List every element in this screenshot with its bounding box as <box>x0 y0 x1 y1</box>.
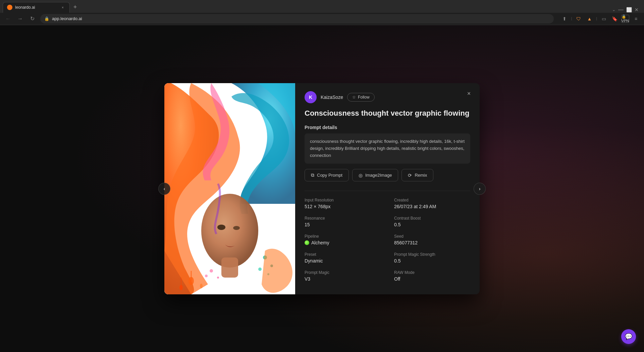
contrast-boost-label: Contrast Boost <box>394 216 470 221</box>
user-row: K KaizaSoze ☆ Follow <box>305 91 470 103</box>
raw-mode-label: RAW Mode <box>394 270 470 275</box>
pipeline-item: Pipeline Alchemy <box>305 234 381 245</box>
brave-shield-icon[interactable]: 🛡 <box>575 15 583 23</box>
lock-icon: 🔒 <box>44 16 49 21</box>
remix-label: Remix <box>415 173 427 178</box>
resonance-label: Resonance <box>305 216 381 221</box>
created-item: Created 26/07/23 at 2:49 AM <box>394 198 470 209</box>
svg-point-12 <box>258 268 262 271</box>
close-modal-button[interactable]: × <box>464 89 474 99</box>
svg-rect-2 <box>221 257 238 278</box>
seed-label: Seed <box>394 234 470 239</box>
prompt-magic-strength-label: Prompt Magic Strength <box>394 252 470 257</box>
copy-prompt-button[interactable]: ⧉ Copy Prompt <box>305 169 349 181</box>
svg-point-1 <box>201 194 258 268</box>
image2image-label: Image2Image <box>365 173 392 178</box>
input-resolution-item: Input Resolution 512 × 768px <box>305 198 381 209</box>
active-tab[interactable]: leonardo.ai × <box>3 2 70 13</box>
prompt-box: consciousness thought vector graphic flo… <box>305 133 470 164</box>
bookmarks-button[interactable]: 🔖 <box>610 15 619 23</box>
close-icon: × <box>467 90 471 97</box>
image-title: Consciousness thought vector graphic flo… <box>305 109 470 118</box>
menu-button[interactable]: ≡ <box>632 15 640 23</box>
contrast-boost-value: 0.5 <box>394 222 470 227</box>
chat-support-button[interactable]: 💬 <box>621 329 636 344</box>
prompt-magic-label: Prompt Magic <box>305 270 381 275</box>
reload-button[interactable]: ↻ <box>28 15 36 23</box>
svg-point-15 <box>217 277 219 279</box>
copy-prompt-label: Copy Prompt <box>317 173 342 178</box>
username: KaizaSoze <box>321 95 343 100</box>
share-button[interactable]: ⬆ <box>560 15 569 23</box>
action-buttons: ⧉ Copy Prompt ◎ Image2Image ⟳ Remix <box>305 169 470 181</box>
image-detail-modal: × K KaizaSoze ☆ Follow Consciousness tho… <box>164 83 480 294</box>
artwork-display <box>164 83 295 294</box>
svg-point-14 <box>210 269 213 273</box>
seed-value: 856077312 <box>394 240 470 245</box>
prompt-magic-value: V3 <box>305 276 381 282</box>
address-text: app.leonardo.ai <box>52 16 550 21</box>
window-close-button[interactable]: ✕ <box>635 7 639 12</box>
resonance-item: Resonance 15 <box>305 216 381 227</box>
copy-icon: ⧉ <box>311 172 314 178</box>
follow-button[interactable]: ☆ Follow <box>347 93 375 102</box>
address-input[interactable]: 🔒 app.leonardo.ai <box>40 14 554 23</box>
preset-value: Dynamic <box>305 258 381 263</box>
tab-controls: ⌄ <box>612 7 615 12</box>
raw-mode-item: RAW Mode Off <box>394 270 470 282</box>
input-resolution-value: 512 × 768px <box>305 204 381 209</box>
prompt-magic-strength-item: Prompt Magic Strength 0.5 <box>394 252 470 263</box>
tab-bar: leonardo.ai × + ⌄ — ⬜ ✕ <box>0 0 644 13</box>
separator-2: | <box>596 17 597 20</box>
address-bar: ← → ↻ 🔒 app.leonardo.ai ⬆ | 🛡 ▲ | ▭ 🔖 🔒 … <box>0 13 644 25</box>
alchemy-icon <box>305 240 309 245</box>
svg-point-4 <box>233 226 240 230</box>
image-panel <box>164 83 295 294</box>
image2image-icon: ◎ <box>359 173 363 178</box>
brave-rewards-icon[interactable]: ▲ <box>585 15 593 23</box>
vpn-button[interactable]: 🔒 VPN <box>621 15 629 23</box>
pipeline-value: Alchemy <box>305 240 381 245</box>
minimize-button[interactable]: — <box>618 7 624 13</box>
raw-mode-value: Off <box>394 276 470 282</box>
modal-container: ‹ <box>0 25 644 352</box>
next-arrow-icon: › <box>479 186 481 191</box>
tab-title: leonardo.ai <box>15 5 57 10</box>
resonance-value: 15 <box>305 222 381 227</box>
follow-label: Follow <box>358 95 370 100</box>
forward-button[interactable]: → <box>16 15 24 23</box>
browser-actions: ⬆ | 🛡 ▲ | ▭ 🔖 🔒 VPN ≡ <box>560 15 640 23</box>
user-avatar: K <box>305 91 317 103</box>
created-value: 26/07/23 at 2:49 AM <box>394 204 470 209</box>
section-divider <box>305 191 470 191</box>
prev-image-button[interactable]: ‹ <box>158 183 170 195</box>
separator-1: | <box>571 17 572 20</box>
contrast-boost-item: Contrast Boost 0.5 <box>394 216 470 227</box>
back-button[interactable]: ← <box>4 15 12 23</box>
sidebar-button[interactable]: ▭ <box>600 15 608 23</box>
details-grid: Input Resolution 512 × 768px Created 26/… <box>305 198 470 282</box>
next-image-button[interactable]: › <box>474 183 486 195</box>
pipeline-value-text: Alchemy <box>311 240 329 245</box>
prompt-magic-strength-value: 0.5 <box>394 258 470 263</box>
svg-point-16 <box>205 275 208 277</box>
svg-point-3 <box>217 225 225 230</box>
new-tab-button[interactable]: + <box>70 2 80 13</box>
browser-chrome: leonardo.ai × + ⌄ — ⬜ ✕ ← → ↻ 🔒 app.leon… <box>0 0 644 25</box>
prompt-section-label: Prompt details <box>305 125 470 130</box>
remix-button[interactable]: ⟳ Remix <box>401 169 433 181</box>
star-icon: ☆ <box>352 95 356 100</box>
artwork-svg <box>164 83 295 294</box>
chat-icon-symbol: 💬 <box>625 333 632 340</box>
seed-item: Seed 856077312 <box>394 234 470 245</box>
maximize-button[interactable]: ⬜ <box>626 7 632 12</box>
preset-label: Preset <box>305 252 381 257</box>
prompt-magic-item: Prompt Magic V3 <box>305 270 381 282</box>
pipeline-label: Pipeline <box>305 234 381 239</box>
tab-favicon <box>7 5 12 10</box>
tab-close-button[interactable]: × <box>60 5 65 10</box>
svg-point-7 <box>200 284 203 288</box>
image2image-button[interactable]: ◎ Image2Image <box>352 169 398 181</box>
input-resolution-label: Input Resolution <box>305 198 381 202</box>
prompt-text: consciousness thought vector graphic flo… <box>310 138 465 159</box>
